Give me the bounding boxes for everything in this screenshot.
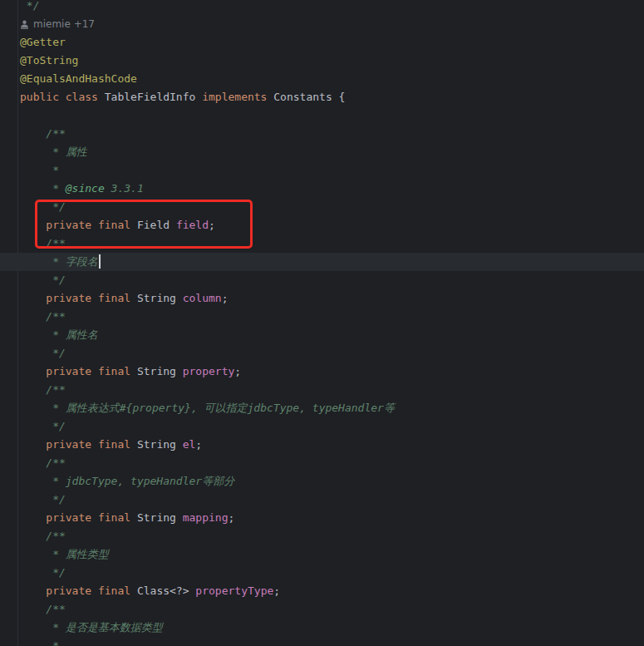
code-token: * <box>20 639 59 646</box>
code-line[interactable]: * <box>0 637 644 646</box>
code-token: TableFieldInfo <box>98 91 202 103</box>
code-token: * 属性表达式#{property}, 可以指定jdbcType, typeHa… <box>20 402 395 414</box>
code-line[interactable]: private final String column; <box>0 289 644 308</box>
code-token <box>91 584 98 597</box>
code-token: property <box>183 365 235 377</box>
code-token: ; <box>195 438 202 451</box>
code-line[interactable] <box>0 106 644 125</box>
code-line[interactable]: @Getter <box>0 33 644 52</box>
code-line[interactable]: /** <box>0 125 644 143</box>
code-line[interactable]: miemie +17 <box>0 15 644 33</box>
code-editor[interactable]: */miemie +17@Getter@ToString@EqualsAndHa… <box>0 0 644 646</box>
code-line[interactable]: /** <box>0 600 644 619</box>
code-token: Field <box>130 219 176 231</box>
code-line[interactable]: * jdbcType, typeHandler等部分 <box>0 472 644 491</box>
code-token: ; <box>209 219 215 231</box>
code-token: String <box>130 365 183 377</box>
code-line[interactable]: */ <box>0 564 644 582</box>
code-lines: */miemie +17@Getter@ToString@EqualsAndHa… <box>0 0 644 646</box>
code-token: /** <box>20 530 66 542</box>
code-line[interactable]: * 属性类型 <box>0 545 644 564</box>
code-token: private <box>46 511 91 524</box>
code-token <box>20 365 46 377</box>
code-token: String <box>130 438 183 451</box>
code-line[interactable]: private final Field field; <box>0 216 644 234</box>
code-token: ; <box>234 365 241 377</box>
code-token <box>59 91 66 103</box>
code-token <box>20 292 46 304</box>
code-token: * 字段名 <box>20 255 98 268</box>
code-token: * 属性类型 <box>20 548 109 560</box>
code-token: /** <box>20 456 66 469</box>
code-line[interactable]: /** <box>0 454 644 472</box>
author-inlay[interactable]: miemie +17 <box>20 15 95 33</box>
code-line[interactable]: /** <box>0 381 644 399</box>
code-token: */ <box>20 566 66 579</box>
code-token: Constants { <box>267 91 345 103</box>
code-token: private <box>46 292 91 304</box>
code-token: /** <box>20 237 66 249</box>
code-token <box>91 292 98 304</box>
code-token: String <box>130 511 183 524</box>
code-token: final <box>98 292 130 304</box>
code-token: @Getter <box>20 36 66 48</box>
code-line[interactable]: * 字段名 <box>0 253 644 271</box>
code-line[interactable]: private final String el; <box>0 436 644 454</box>
code-token: el <box>183 438 196 451</box>
code-token: * <box>20 164 59 176</box>
code-line[interactable]: @ToString <box>0 52 644 70</box>
code-token: * jdbcType, typeHandler等部分 <box>20 475 234 487</box>
code-token: /** <box>20 603 66 615</box>
code-token: private <box>46 219 91 231</box>
code-token: final <box>98 219 130 231</box>
code-line[interactable]: * 是否是基本数据类型 <box>0 619 644 637</box>
code-token: * 是否是基本数据类型 <box>20 621 163 634</box>
code-line[interactable]: * 属性名 <box>0 326 644 344</box>
code-token: * 属性名 <box>20 328 98 341</box>
code-token: /** <box>20 127 66 140</box>
author-inlay-label: miemie +17 <box>33 15 95 33</box>
code-token <box>20 584 46 597</box>
code-line[interactable]: */ <box>0 417 644 436</box>
code-token: private <box>46 365 91 377</box>
code-token: final <box>98 511 130 524</box>
text-caret <box>99 254 101 269</box>
code-token: */ <box>20 200 66 213</box>
code-token <box>91 438 98 451</box>
code-token: propertyType <box>195 584 273 597</box>
code-token: * 属性 <box>20 145 87 158</box>
code-line[interactable]: private final String property; <box>0 362 644 381</box>
code-line[interactable]: /** <box>0 308 644 326</box>
code-line[interactable]: * <box>0 161 644 180</box>
code-line[interactable]: /** <box>0 234 644 253</box>
code-line[interactable]: */ <box>0 491 644 509</box>
code-line[interactable]: public class TableFieldInfo implements C… <box>0 88 644 106</box>
code-line[interactable]: private final String mapping; <box>0 509 644 527</box>
code-token: /** <box>20 310 66 323</box>
code-token: mapping <box>183 511 229 524</box>
code-line[interactable]: @EqualsAndHashCode <box>0 70 644 88</box>
code-token: final <box>98 584 130 597</box>
code-line[interactable]: /** <box>0 527 644 545</box>
code-token: * <box>20 182 66 195</box>
code-token: public <box>20 91 59 103</box>
code-token: */ <box>20 347 66 359</box>
code-line[interactable]: */ <box>0 0 644 15</box>
code-token: implements <box>202 91 267 103</box>
code-line[interactable]: * 属性 <box>0 143 644 161</box>
code-line[interactable]: * @since 3.3.1 <box>0 180 644 198</box>
code-token: private <box>46 438 91 451</box>
code-token <box>91 219 98 231</box>
code-token <box>20 438 46 451</box>
code-token: /** <box>20 383 66 396</box>
code-line[interactable]: */ <box>0 271 644 289</box>
code-line[interactable]: private final Class<?> propertyType; <box>0 582 644 600</box>
code-token: class <box>66 91 98 103</box>
code-token: 3.3.1 <box>105 182 144 195</box>
code-line[interactable]: * 属性表达式#{property}, 可以指定jdbcType, typeHa… <box>0 399 644 417</box>
code-line[interactable]: */ <box>0 198 644 216</box>
code-token: @since <box>66 182 105 195</box>
code-line[interactable]: */ <box>0 344 644 362</box>
code-token: */ <box>20 274 66 286</box>
code-token <box>91 511 98 524</box>
